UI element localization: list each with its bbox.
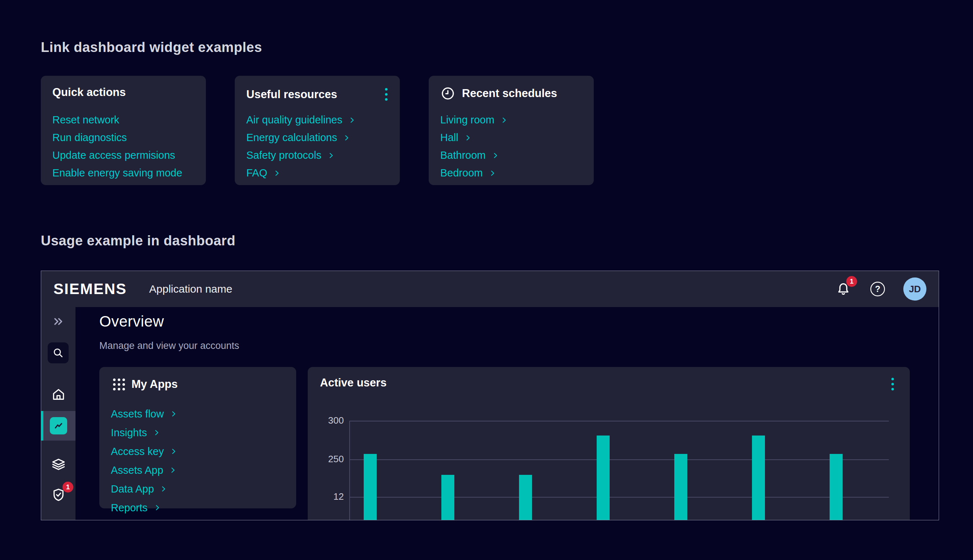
- link-label: Hall: [440, 132, 458, 143]
- chevron-right-icon: [464, 134, 472, 142]
- header-actions: 1 ? JD: [835, 277, 926, 300]
- link-list: Air quality guidelinesEnergy calculation…: [246, 111, 390, 182]
- link-energy-calculations[interactable]: Energy calculations: [246, 129, 390, 147]
- link-label: Energy calculations: [246, 132, 337, 143]
- link-update-access-permisions[interactable]: Update access permisions: [52, 147, 196, 164]
- chevron-right-icon: [489, 169, 497, 177]
- security-badge: 1: [62, 482, 73, 493]
- avatar[interactable]: JD: [903, 277, 926, 300]
- link-safety-protocols[interactable]: Safety protocols: [246, 147, 390, 164]
- search-icon: [52, 347, 65, 359]
- svg-text:?: ?: [875, 284, 881, 294]
- link-label: FAQ: [246, 167, 267, 179]
- chevron-right-icon: [343, 134, 351, 142]
- link-living-room[interactable]: Living room: [440, 111, 583, 129]
- bar: [519, 475, 532, 520]
- help-icon: ?: [869, 281, 886, 297]
- app-header: SIEMENS Application name 1 ? JD: [41, 271, 939, 307]
- link-label: Reset network: [52, 114, 119, 126]
- widget-title: Recent schedules: [462, 87, 557, 100]
- link-label: Enable energy saving mode: [52, 167, 182, 179]
- chevron-right-icon: [170, 410, 178, 418]
- link-bedroom[interactable]: Bedroom: [440, 164, 583, 182]
- link-hall[interactable]: Hall: [440, 129, 583, 147]
- clock-icon: [440, 86, 455, 101]
- y-axis-tick-label: 250: [308, 453, 344, 465]
- page-title: Link dashboard widget examples: [41, 40, 262, 55]
- y-axis-tick-label: 300: [308, 415, 344, 426]
- link-bathroom[interactable]: Bathroom: [440, 147, 583, 164]
- sidebar-expand-button[interactable]: [41, 313, 75, 330]
- main-content: Overview Manage and view your accounts M…: [75, 307, 939, 520]
- link-run-diagnostics[interactable]: Run diagnostics: [52, 129, 196, 147]
- link-insights[interactable]: Insights: [111, 423, 286, 442]
- widget-useful-resources: Useful resources Air quality guidelinesE…: [235, 76, 400, 185]
- link-label: Assets App: [111, 464, 163, 476]
- link-reset-network[interactable]: Reset network: [52, 111, 196, 129]
- bar: [829, 454, 843, 520]
- sidebar-item-security[interactable]: 1: [41, 486, 75, 503]
- sidebar-item-home[interactable]: [41, 386, 75, 403]
- link-label: Living room: [440, 114, 495, 126]
- link-label: Air quality guidelines: [246, 114, 343, 126]
- chevron-right-icon: [500, 116, 508, 124]
- dashboard-example-frame: SIEMENS Application name 1 ? JD: [41, 271, 939, 520]
- link-faq[interactable]: FAQ: [246, 164, 390, 182]
- y-axis-line: [349, 421, 350, 520]
- link-assets-flow[interactable]: Assets flow: [111, 405, 286, 423]
- link-list: Assets flowInsightsAccess keyAssets AppD…: [111, 405, 286, 517]
- bar: [441, 475, 454, 520]
- gridline: [349, 459, 889, 460]
- link-label: Assets flow: [111, 408, 164, 420]
- link-access-key[interactable]: Access key: [111, 442, 286, 461]
- sidebar: 1: [41, 307, 75, 520]
- chevron-right-icon: [327, 152, 335, 160]
- kebab-menu-icon[interactable]: [383, 86, 390, 103]
- bar: [674, 454, 687, 520]
- link-reports[interactable]: Reports: [111, 498, 286, 517]
- link-label: Reports: [111, 502, 148, 514]
- link-air-quality-guidelines[interactable]: Air quality guidelines: [246, 111, 390, 129]
- link-label: Run diagnostics: [52, 132, 127, 143]
- link-enable-energy-saving-mode[interactable]: Enable energy saving mode: [52, 164, 196, 182]
- double-chevron-right-icon: [52, 315, 65, 328]
- active-indicator: [41, 411, 43, 440]
- sidebar-item-layers[interactable]: [41, 456, 75, 473]
- overview-title: Overview: [99, 313, 164, 330]
- active-users-widget: Active users 30025012: [308, 367, 910, 520]
- help-button[interactable]: ?: [869, 280, 887, 298]
- link-label: Data App: [111, 483, 154, 495]
- link-data-app[interactable]: Data App: [111, 480, 286, 498]
- notifications-button[interactable]: 1: [835, 280, 852, 298]
- bar-chart: 30025012: [308, 367, 910, 520]
- overview-subtitle: Manage and view your accounts: [99, 340, 239, 352]
- gridline: [349, 497, 889, 498]
- link-assets-app[interactable]: Assets App: [111, 461, 286, 480]
- link-label: Bedroom: [440, 167, 483, 179]
- y-axis-tick-label: 12: [308, 491, 344, 502]
- widget-title: My Apps: [132, 378, 178, 391]
- chevron-right-icon: [153, 429, 161, 437]
- bar: [364, 454, 377, 520]
- home-icon: [51, 387, 66, 402]
- sidebar-item-analytics-active[interactable]: [41, 411, 75, 440]
- gridline: [349, 421, 889, 422]
- link-label: Safety protocols: [246, 149, 321, 161]
- link-label: Bathroom: [440, 149, 486, 161]
- widget-recent-schedules: Recent schedules Living roomHallBathroom…: [429, 76, 594, 185]
- notification-badge: 1: [846, 276, 857, 287]
- trend-line-icon: [52, 420, 65, 432]
- widget-title: Quick actions: [52, 86, 126, 99]
- bar: [752, 435, 765, 520]
- trend-chart-icon[interactable]: [50, 417, 67, 435]
- chevron-right-icon: [492, 152, 500, 160]
- sidebar-item-search[interactable]: [48, 342, 69, 363]
- bar: [597, 435, 610, 520]
- layers-icon: [51, 457, 66, 472]
- link-list: Living roomHallBathroomBedroom: [440, 111, 583, 182]
- link-label: Update access permisions: [52, 149, 175, 161]
- siemens-logo: SIEMENS: [53, 280, 127, 298]
- link-label: Insights: [111, 427, 147, 439]
- widget-title: Useful resources: [246, 88, 337, 101]
- link-label: Access key: [111, 446, 164, 458]
